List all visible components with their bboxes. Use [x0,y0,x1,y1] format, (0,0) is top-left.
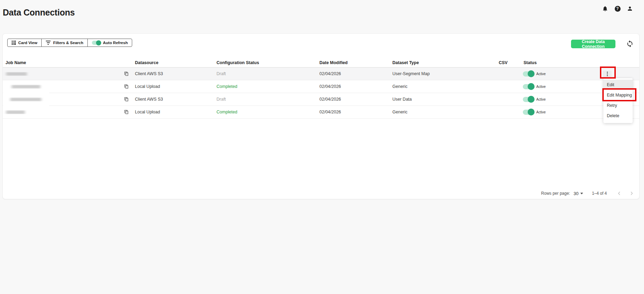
data-connections-card: Card View Filters & Search Auto Refresh … [2,33,640,199]
datasource-text: Client AWS S3 [132,97,214,102]
table-row[interactable]: Client AWS S3 Draft 02/04/2026 User-Segm… [3,68,639,80]
auto-refresh-toggle-button[interactable]: Auto Refresh [88,39,132,47]
toggle-label: Active [536,72,546,76]
date-modified: 02/04/2026 [317,71,390,76]
job-name-redacted [11,85,41,89]
filters-search-button[interactable]: Filters & Search [42,39,88,47]
config-status: Draft [214,71,317,76]
dataset-type: User-Segment Map [390,71,496,76]
dataset-type: User Data [390,97,496,102]
status-cell: Active [521,97,599,102]
datasource-text: Local Upload [132,84,214,89]
menu-item-edit-mapping[interactable]: Edit Mapping [603,90,633,100]
status-cell: Active [521,110,599,115]
table-row[interactable]: Local Upload Completed 02/04/2026 Generi… [3,80,639,93]
dataset-type: Generic [390,84,496,89]
card-view-button[interactable]: Card View [8,39,42,47]
toggle-label: Active [536,110,546,114]
job-name-cell [3,72,120,76]
card-view-label: Card View [18,41,37,45]
toggle-label: Active [536,85,546,89]
column-header-dataset-type: Dataset Type [390,60,496,65]
date-modified: 02/04/2026 [317,110,390,114]
job-name-cell [3,85,120,89]
column-header-datasource: Datasource [132,60,214,65]
dataset-type: Generic [390,110,496,114]
job-name-cell [3,110,120,114]
job-name-redacted [6,110,25,114]
copy-icon[interactable] [120,84,132,89]
auto-refresh-label: Auto Refresh [103,41,128,45]
copy-icon[interactable] [120,97,132,102]
row-menu-button[interactable] [603,71,612,77]
filter-icon [46,41,51,45]
rows-per-page-select[interactable]: 30 [573,191,583,196]
account-person-icon[interactable] [626,5,634,12]
table-row[interactable]: Local Upload Completed 02/04/2026 Generi… [3,106,639,119]
copy-icon[interactable] [120,71,132,76]
pager-buttons [616,190,635,197]
column-header-date-modified: Date Modified [317,60,390,65]
table-row[interactable]: Client AWS S3 Draft 02/04/2026 User Data… [3,93,639,106]
next-page-chevron-icon[interactable] [628,190,635,197]
menu-item-retry[interactable]: Retry [603,100,633,111]
topbar: ? [601,5,634,12]
create-data-connection-button[interactable]: Create Data Connection [571,40,615,48]
view-toolbar: Card View Filters & Search Auto Refresh [7,39,132,47]
column-header-configuration-status: Configuration Status [214,60,317,65]
status-toggle[interactable] [523,110,534,115]
previous-page-chevron-icon[interactable] [616,190,623,197]
job-name-redacted [10,98,42,101]
date-modified: 02/04/2026 [317,84,390,89]
context-menu: EditEdit MappingRetryDelete [603,78,633,123]
grid-view-icon [12,41,16,45]
menu-item-edit[interactable]: Edit [603,80,633,90]
table-body: Client AWS S3 Draft 02/04/2026 User-Segm… [3,68,639,119]
column-header-job-name: Job Name [3,60,120,65]
pagination: Rows per page: 30 1–4 of 4 [541,188,635,199]
refresh-icon[interactable] [625,39,635,49]
datasource-text: Client AWS S3 [132,71,214,76]
job-name-redacted [6,72,27,76]
filters-search-label: Filters & Search [53,41,83,45]
caret-down-icon [580,193,583,194]
toggle-label: Active [536,98,546,101]
menu-item-delete[interactable]: Delete [603,111,633,121]
config-status: Draft [214,97,317,102]
help-icon[interactable]: ? [614,5,621,12]
row-actions [599,71,639,77]
data-connections-table: Job Name Datasource Configuration Status… [3,58,639,119]
status-cell: Active [521,84,599,89]
datasource-text: Local Upload [132,110,214,114]
config-status: Completed [214,110,317,114]
column-header-csv: CSV [496,60,521,65]
notifications-bell-icon[interactable] [601,5,609,12]
rows-per-page-value: 30 [573,191,578,196]
pagination-range: 1–4 of 4 [592,191,607,196]
rows-per-page-label: Rows per page: [541,191,570,196]
status-toggle[interactable] [523,97,534,102]
status-cell: Active [521,71,599,77]
job-name-cell [3,98,120,101]
table-header-row: Job Name Datasource Configuration Status… [3,58,639,68]
page-title: Data Connections [3,8,75,18]
config-status: Completed [214,84,317,89]
date-modified: 02/04/2026 [317,97,390,102]
status-toggle[interactable] [523,71,534,77]
rows-per-page: Rows per page: 30 [541,191,583,196]
help-question-glyph: ? [615,6,621,12]
copy-icon[interactable] [120,110,132,114]
status-toggle[interactable] [523,84,534,89]
auto-refresh-switch[interactable] [92,41,101,45]
column-header-status: Status [521,60,599,65]
